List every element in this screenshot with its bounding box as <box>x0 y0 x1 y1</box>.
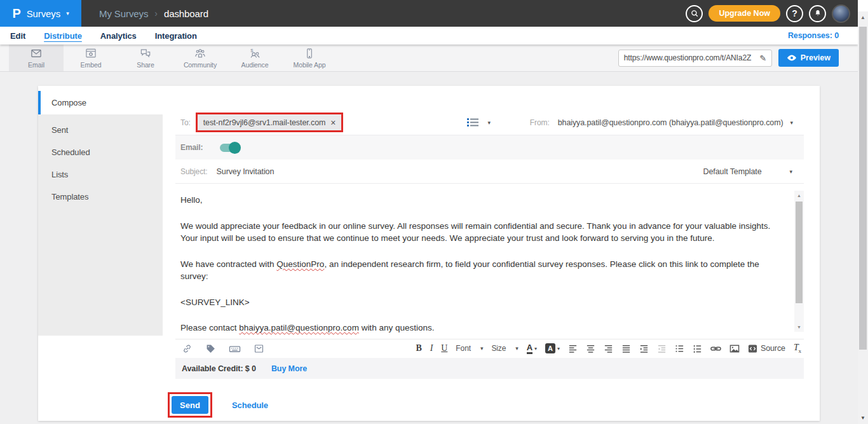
bulleted-list-icon[interactable] <box>675 344 684 353</box>
send-button[interactable]: Send <box>172 396 208 414</box>
responses-count[interactable]: Responses: 0 <box>788 31 839 40</box>
page-scrollbar-track[interactable]: ▲ ▼ <box>858 11 868 424</box>
surveys-product-menu[interactable]: P Surveys ▾ <box>0 0 81 27</box>
top-header: P Surveys ▾ My Surveys › dashboard Upgra… <box>0 0 858 27</box>
credit-bar: Available Credit: $ 0 Buy More <box>175 358 804 379</box>
tab-distribute[interactable]: Distribute <box>44 31 82 41</box>
editor-scrollbar-thumb[interactable] <box>796 202 803 303</box>
breadcrumb-separator: › <box>154 8 158 18</box>
italic-button[interactable]: I <box>430 344 433 353</box>
bg-color-caret-icon: ▾ <box>557 346 560 352</box>
channel-label: Email <box>28 61 44 69</box>
tab-analytics[interactable]: Analytics <box>100 31 137 41</box>
page-scroll-up-icon[interactable]: ▲ <box>858 15 868 20</box>
preview-label: Preview <box>801 53 831 62</box>
body-paragraph-2: We have contracted with QuestionPro, an … <box>180 258 781 283</box>
outdent-icon[interactable] <box>657 344 667 353</box>
email-toggle[interactable] <box>220 144 239 152</box>
indent-icon[interactable] <box>639 344 649 353</box>
preview-button[interactable]: Preview <box>778 49 839 67</box>
from-address[interactable]: bhaiyya.patil@questionpro.com (bhaiyya.p… <box>558 118 783 127</box>
user-avatar[interactable] <box>832 4 850 23</box>
page-scroll-down-icon[interactable]: ▼ <box>858 415 868 421</box>
channel-label: Share <box>137 61 154 69</box>
sidebar-item-templates[interactable]: Templates <box>38 186 163 208</box>
numbered-list-icon[interactable] <box>693 344 702 353</box>
channel-label: Community <box>184 61 217 69</box>
sidebar-item-label: Sent <box>51 125 68 135</box>
available-credit-label: Available Credit: $ 0 <box>182 364 256 373</box>
channel-community[interactable]: Community <box>173 44 227 71</box>
channel-share[interactable]: Share <box>118 44 173 71</box>
eye-icon <box>787 54 797 62</box>
sidebar-item-lists[interactable]: Lists <box>38 163 163 186</box>
from-dropdown-caret[interactable]: ▾ <box>790 120 793 126</box>
channel-embed[interactable]: Embed <box>64 44 118 71</box>
align-right-icon[interactable] <box>604 344 613 353</box>
breadcrumb-my-surveys[interactable]: My Surveys <box>99 8 148 19</box>
insert-image-icon[interactable] <box>729 344 740 353</box>
insert-link-icon[interactable] <box>710 345 721 353</box>
recipient-list-button[interactable] <box>467 118 479 127</box>
remove-recipient-icon[interactable]: × <box>330 118 336 127</box>
clear-format-t: T <box>794 343 799 352</box>
scroll-up-icon[interactable]: ▲ <box>794 193 804 198</box>
channel-email[interactable]: Email <box>9 44 64 71</box>
size-label: Size <box>491 344 506 353</box>
template-caret[interactable]: ▾ <box>790 168 792 175</box>
align-center-icon[interactable] <box>586 344 595 353</box>
source-button[interactable]: Source <box>748 344 785 353</box>
size-dropdown[interactable]: Size▾ <box>491 344 518 353</box>
sidebar-item-sent[interactable]: Sent <box>38 119 163 141</box>
template-dropdown[interactable]: Default Template <box>703 167 762 176</box>
email-sidebar: Compose Sent Scheduled Lists Templates <box>38 86 163 421</box>
recipient-options-caret[interactable]: ▾ <box>487 120 490 126</box>
product-label: Surveys <box>27 8 61 19</box>
body-text: with any questions. <box>359 323 435 332</box>
align-left-icon[interactable] <box>568 344 578 353</box>
send-row: Send Schedule <box>175 392 804 418</box>
align-justify-icon[interactable] <box>621 344 631 353</box>
underline-button[interactable]: U <box>441 344 447 353</box>
email-template-icon[interactable] <box>254 343 264 354</box>
recipient-chip[interactable]: test-nf2r9vjl6@srv1.mail-tester.com × <box>198 114 342 130</box>
background-color-button[interactable]: A▾ <box>545 343 560 353</box>
page-scrollbar-thumb[interactable] <box>859 27 867 350</box>
search-button[interactable] <box>686 5 703 22</box>
sidebar-item-compose[interactable]: Compose <box>38 91 163 114</box>
subject-input[interactable]: Survey Invitation <box>217 167 275 176</box>
bold-button[interactable]: B <box>416 344 422 353</box>
help-button[interactable]: ? <box>786 5 803 22</box>
section-tabbar: Edit Distribute Analytics Integration Re… <box>0 27 858 44</box>
text-color-button[interactable]: A▾ <box>527 343 537 354</box>
schedule-link[interactable]: Schedule <box>232 400 268 410</box>
survey-url-input[interactable]: https://www.questionpro.com/t/ANIa2Z <box>619 53 755 62</box>
survey-url-box: https://www.questionpro.com/t/ANIa2Z ✎ <box>618 50 772 67</box>
keyboard-icon[interactable] <box>229 343 241 354</box>
notifications-button[interactable] <box>809 5 826 22</box>
scroll-down-icon[interactable]: ▼ <box>794 325 804 329</box>
email-body-editor[interactable]: Hello, We would appreciate your feedback… <box>175 184 804 339</box>
buy-more-link[interactable]: Buy More <box>271 364 307 373</box>
header-actions: Upgrade Now ? <box>686 4 850 23</box>
editor-scrollbar[interactable]: ▲ ▼ <box>794 191 804 332</box>
edit-url-pencil-icon[interactable]: ✎ <box>755 53 771 63</box>
channel-audience[interactable]: $ Audience <box>227 44 282 71</box>
page-scrollbar[interactable]: ▲ ▼ <box>858 0 868 424</box>
tab-edit[interactable]: Edit <box>10 31 25 41</box>
distribute-channel-bar: Email Embed Share Community $ Audience M… <box>0 44 858 72</box>
questionpro-link[interactable]: QuestionPro <box>276 259 324 269</box>
channel-mobile-app[interactable]: Mobile App <box>282 44 337 71</box>
body-text: Please contact <box>180 323 239 332</box>
font-dropdown[interactable]: Font▾ <box>456 344 483 353</box>
merge-tag-icon[interactable] <box>205 343 216 354</box>
upgrade-now-button[interactable]: Upgrade Now <box>709 5 780 22</box>
remove-format-button[interactable]: Tx <box>794 343 801 354</box>
contact-email-link[interactable]: bhaiyya.patil@questionpro.com <box>239 323 359 332</box>
tab-integration[interactable]: Integration <box>155 31 197 41</box>
text-color-caret-icon: ▾ <box>534 346 537 352</box>
breadcrumb-current: dashboard <box>164 8 208 19</box>
insert-survey-link-icon[interactable] <box>182 343 193 354</box>
sidebar-item-scheduled[interactable]: Scheduled <box>38 141 163 163</box>
bell-icon <box>813 9 822 18</box>
